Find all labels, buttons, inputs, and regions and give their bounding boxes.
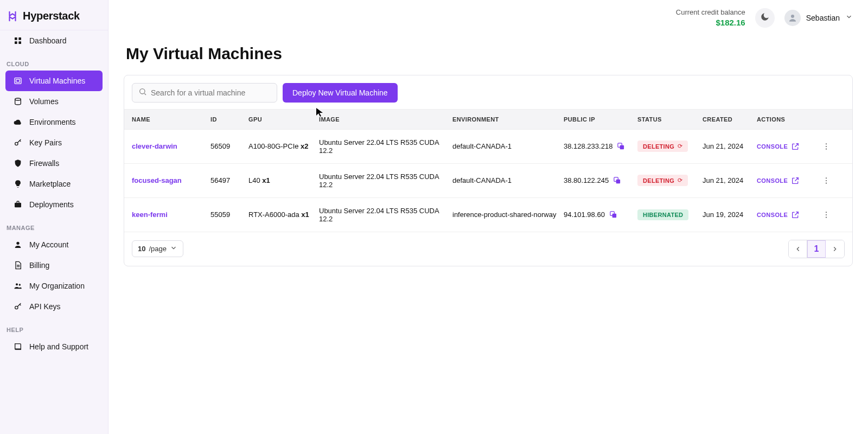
sidebar-item-label: API Keys bbox=[29, 302, 61, 311]
vm-created: Jun 19, 2024 bbox=[703, 210, 757, 219]
copy-icon[interactable] bbox=[613, 176, 621, 184]
topbar: Current credit balance $182.16 Sebastian bbox=[108, 0, 868, 31]
sidebar-item-marketplace[interactable]: Marketplace bbox=[5, 174, 103, 194]
user-name: Sebastian bbox=[806, 14, 840, 22]
brand[interactable]: Hyperstack bbox=[0, 5, 108, 30]
chevron-down-icon bbox=[845, 13, 853, 23]
external-link-icon bbox=[791, 142, 800, 151]
credit-balance: Current credit balance $182.16 bbox=[676, 8, 745, 28]
sidebar-item-my-organization[interactable]: My Organization bbox=[5, 276, 103, 296]
search-input[interactable] bbox=[132, 83, 277, 103]
copy-icon[interactable] bbox=[617, 142, 625, 150]
sidebar-item-api-keys[interactable]: API Keys bbox=[5, 296, 103, 317]
svg-point-24 bbox=[826, 182, 827, 183]
book-icon bbox=[13, 342, 23, 352]
grid-icon bbox=[13, 36, 23, 46]
sidebar-item-label: Billing bbox=[29, 261, 49, 270]
sidebar-item-label: Marketplace bbox=[29, 180, 71, 188]
user-icon bbox=[13, 240, 23, 250]
svg-point-19 bbox=[826, 148, 827, 149]
pager-next-button[interactable] bbox=[826, 240, 844, 258]
sidebar-section-help: HELP bbox=[0, 317, 108, 336]
sidebar-item-label: Virtual Machines bbox=[29, 76, 85, 85]
row-menu-button[interactable] bbox=[816, 210, 836, 219]
col-environment: ENVIRONMENT bbox=[452, 116, 564, 123]
vm-name-link[interactable]: focused-sagan bbox=[132, 176, 210, 184]
vm-id: 55059 bbox=[210, 210, 248, 219]
key-icon bbox=[13, 138, 23, 148]
file-text-icon bbox=[13, 260, 23, 270]
cloud-icon bbox=[13, 117, 23, 127]
row-menu-button[interactable] bbox=[816, 142, 836, 151]
sidebar-item-dashboard[interactable]: Dashboard bbox=[5, 30, 103, 51]
col-actions: ACTIONS bbox=[757, 116, 816, 123]
pager-prev-button[interactable] bbox=[789, 240, 807, 258]
sidebar-item-virtual-machines[interactable]: Virtual Machines bbox=[5, 71, 103, 91]
vm-public-ip: 38.128.233.218 bbox=[564, 142, 612, 150]
sidebar-item-firewalls[interactable]: Firewalls bbox=[5, 153, 103, 174]
briefcase-icon bbox=[13, 200, 23, 209]
vm-environment: default-CANADA-1 bbox=[452, 176, 564, 184]
external-link-icon bbox=[791, 210, 800, 219]
sidebar-item-my-account[interactable]: My Account bbox=[5, 234, 103, 255]
table-header: NAME ID GPU IMAGE ENVIRONMENT PUBLIC IP … bbox=[124, 109, 852, 130]
console-button[interactable]: CONSOLE bbox=[757, 210, 816, 219]
vm-gpu: L40 x1 bbox=[248, 176, 319, 184]
sidebar-section-cloud: CLOUD bbox=[0, 51, 108, 71]
svg-point-13 bbox=[791, 15, 794, 18]
svg-point-23 bbox=[826, 180, 827, 181]
row-menu-button[interactable] bbox=[816, 176, 836, 185]
pager-current-page[interactable]: 1 bbox=[807, 240, 826, 258]
console-button[interactable]: CONSOLE bbox=[757, 176, 816, 185]
vm-name-link[interactable]: keen-fermi bbox=[132, 210, 210, 219]
status-badge: DELETING ⟳ bbox=[637, 175, 688, 186]
sidebar-item-deployments[interactable]: Deployments bbox=[5, 194, 103, 215]
console-button[interactable]: CONSOLE bbox=[757, 142, 816, 151]
brand-logo-icon bbox=[7, 10, 18, 22]
theme-toggle-button[interactable] bbox=[755, 8, 775, 28]
svg-rect-1 bbox=[18, 37, 21, 40]
svg-point-27 bbox=[826, 212, 827, 213]
svg-point-11 bbox=[19, 284, 21, 285]
sidebar-item-environments[interactable]: Environments bbox=[5, 112, 103, 132]
search-icon bbox=[138, 87, 147, 98]
sidebar-section-manage: MANAGE bbox=[0, 215, 108, 234]
vm-public-ip: 38.80.122.245 bbox=[564, 176, 609, 184]
svg-point-14 bbox=[140, 88, 145, 93]
vm-image: Ubuntu Server 22.04 LTS R535 CUDA 12.2 bbox=[319, 207, 452, 223]
deploy-vm-button[interactable]: Deploy New Virtual Machine bbox=[283, 83, 398, 103]
balance-value: $182.16 bbox=[676, 17, 745, 28]
vm-name-link[interactable]: clever-darwin bbox=[132, 142, 210, 150]
page-size-select[interactable]: 10/page bbox=[132, 240, 183, 257]
sidebar-item-billing[interactable]: Billing bbox=[5, 255, 103, 276]
sidebar-item-volumes[interactable]: Volumes bbox=[5, 91, 103, 112]
table-footer: 10/page 1 bbox=[124, 232, 852, 266]
server-icon bbox=[13, 76, 23, 86]
svg-point-18 bbox=[826, 146, 827, 147]
database-icon bbox=[13, 97, 23, 106]
balance-label: Current credit balance bbox=[676, 8, 745, 17]
sidebar-item-key-pairs[interactable]: Key Pairs bbox=[5, 132, 103, 153]
sidebar-item-label: Volumes bbox=[29, 97, 59, 106]
sidebar-item-label: Firewalls bbox=[29, 159, 59, 168]
copy-icon[interactable] bbox=[609, 210, 617, 219]
svg-point-6 bbox=[15, 98, 21, 100]
pager: 1 bbox=[788, 240, 845, 258]
svg-rect-3 bbox=[18, 41, 21, 44]
svg-point-9 bbox=[16, 242, 19, 245]
chevron-down-icon bbox=[170, 244, 177, 253]
sidebar-item-label: Deployments bbox=[29, 200, 74, 209]
col-public-ip: PUBLIC IP bbox=[564, 116, 637, 123]
vm-image: Ubuntu Server 22.04 LTS R535 CUDA 12.2 bbox=[319, 173, 452, 189]
page-title: My Virtual Machines bbox=[126, 44, 853, 63]
sidebar-item-help-support[interactable]: Help and Support bbox=[5, 336, 103, 357]
vm-public-ip: 94.101.98.60 bbox=[564, 210, 605, 219]
vm-list-card: Deploy New Virtual Machine NAME ID GPU I… bbox=[124, 75, 853, 266]
svg-point-10 bbox=[16, 283, 18, 285]
vm-environment: inference-product-shared-norway bbox=[452, 210, 564, 219]
vm-id: 56509 bbox=[210, 142, 248, 150]
sidebar-item-label: My Account bbox=[29, 240, 68, 249]
svg-point-17 bbox=[826, 143, 827, 144]
svg-rect-8 bbox=[15, 203, 21, 208]
user-menu[interactable]: Sebastian bbox=[784, 10, 853, 26]
